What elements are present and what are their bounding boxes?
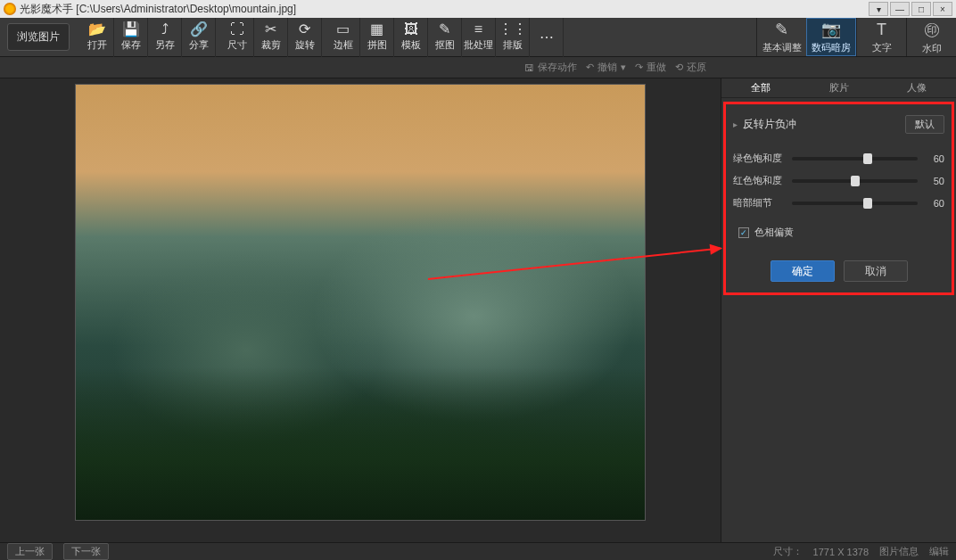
- app-icon: [4, 3, 16, 15]
- titlebar: 光影魔术手 [C:\Users\Administrator\Desktop\mo…: [0, 0, 956, 18]
- mode-tab-icon: ㊞: [924, 19, 940, 40]
- tool-icon: ✂: [265, 22, 276, 37]
- tool-抠图[interactable]: ✎抠图: [428, 18, 462, 57]
- effect-settings-highlight: 反转片负冲 默认 绿色饱和度60红色饱和度50暗部细节60 ✓ 色相偏黄 确定 …: [723, 102, 954, 295]
- slider-thumb[interactable]: [863, 198, 872, 209]
- slider-thumb[interactable]: [863, 153, 872, 164]
- tool-尺寸[interactable]: ⛶尺寸: [220, 18, 254, 57]
- undo-icon: ↶: [586, 62, 594, 73]
- tool-排版[interactable]: ⋮⋮排版: [496, 18, 530, 57]
- browse-images-button[interactable]: 浏览图片: [7, 23, 70, 51]
- close-button[interactable]: ×: [933, 2, 952, 16]
- dialog-buttons: 确定 取消: [733, 260, 944, 282]
- mode-tab-基本调整[interactable]: ✎基本调整: [756, 18, 806, 56]
- size-label: 尺寸：: [773, 545, 803, 558]
- tool-icon: 🖼: [404, 22, 418, 37]
- save-action-button[interactable]: 🖫 保存动作: [524, 61, 577, 74]
- redo-label: 重做: [647, 61, 666, 74]
- mode-tab-水印[interactable]: ㊞水印: [906, 18, 956, 56]
- default-button[interactable]: 默认: [905, 115, 944, 134]
- tool-icon: ⛶: [230, 22, 244, 37]
- mode-tab-icon: ✎: [775, 20, 788, 39]
- tool-label: 边框: [334, 38, 353, 52]
- maximize-button[interactable]: □: [911, 2, 931, 16]
- panel-tab-全部[interactable]: 全部: [721, 78, 800, 97]
- tool-icon: ⟳: [299, 22, 310, 37]
- tool-icon: 📂: [88, 22, 106, 37]
- tool-icon: ▭: [336, 22, 350, 37]
- mode-tab-数码暗房[interactable]: 📷数码暗房: [806, 18, 856, 56]
- checkbox-icon[interactable]: ✓: [738, 227, 749, 238]
- tool-label: 打开: [87, 38, 107, 52]
- tool-分享[interactable]: 🔗分享: [182, 18, 216, 57]
- tool-label: 排版: [503, 38, 523, 52]
- size-value: 1771 X 1378: [813, 547, 869, 557]
- tool-label: 保存: [121, 38, 141, 52]
- slider-thumb[interactable]: [851, 176, 860, 186]
- save-action-label: 保存动作: [538, 61, 577, 74]
- tool-边框[interactable]: ▭边框: [326, 18, 360, 57]
- tool-另存[interactable]: ⤴另存: [148, 18, 182, 57]
- slider-track[interactable]: [792, 202, 918, 205]
- panel-tab-人像[interactable]: 人像: [878, 78, 956, 97]
- image-info-button[interactable]: 图片信息: [879, 545, 919, 558]
- tool-label: 尺寸: [227, 38, 247, 52]
- tool-icon: ⤴: [161, 22, 169, 37]
- tool-icon: 💾: [122, 22, 140, 37]
- tool-拼图[interactable]: ▦拼图: [360, 18, 394, 57]
- tool-裁剪[interactable]: ✂裁剪: [254, 18, 288, 57]
- tool-group: 📂打开💾保存⤴另存🔗分享⛶尺寸✂裁剪⟳旋转▭边框▦拼图🖼模板✎抠图≡批处理⋮⋮排…: [77, 18, 567, 56]
- undo-label: 撤销: [598, 61, 617, 74]
- mode-tab-icon: 📷: [821, 20, 841, 39]
- slider-track[interactable]: [792, 179, 918, 183]
- tool-icon: ⋯: [540, 30, 554, 45]
- tool-label: 裁剪: [261, 38, 281, 52]
- ok-button[interactable]: 确定: [771, 260, 835, 282]
- tool-label: 批处理: [464, 38, 493, 52]
- window-title: 光影魔术手 [C:\Users\Administrator\Desktop\mo…: [20, 2, 869, 17]
- redo-icon: ↷: [635, 62, 643, 73]
- revert-icon: ⟲: [675, 62, 683, 73]
- image-canvas[interactable]: [75, 84, 646, 521]
- tool-旋转[interactable]: ⟳旋转: [288, 18, 322, 57]
- file-path: [C:\Users\Administrator\Desktop\mountain…: [76, 3, 296, 15]
- next-image-button[interactable]: 下一张: [63, 543, 109, 560]
- checkbox-label: 色相偏黄: [754, 226, 794, 239]
- slider-label: 绿色饱和度: [733, 152, 787, 165]
- hue-yellow-checkbox-row[interactable]: ✓ 色相偏黄: [738, 226, 944, 239]
- tool-icon: ▦: [370, 22, 383, 37]
- mode-tab-文字[interactable]: T文字: [856, 18, 906, 56]
- cancel-button[interactable]: 取消: [844, 260, 908, 282]
- tool-more[interactable]: ⋯: [530, 18, 564, 57]
- slider-label: 红色饱和度: [733, 174, 787, 187]
- slider-暗部细节: 暗部细节60: [733, 196, 944, 210]
- right-panel: 全部胶片人像 反转片负冲 默认 绿色饱和度60红色饱和度50暗部细节60 ✓ 色…: [721, 78, 956, 542]
- revert-button[interactable]: ⟲ 还原: [675, 61, 706, 74]
- redo-button[interactable]: ↷ 重做: [635, 61, 666, 74]
- edit-label: 编辑: [929, 545, 949, 558]
- status-bar: 上一张 下一张 尺寸： 1771 X 1378 图片信息 编辑: [0, 542, 956, 560]
- tool-icon: ⋮⋮: [499, 22, 527, 37]
- mode-tab-label: 水印: [922, 42, 942, 55]
- tool-label: 旋转: [295, 38, 315, 52]
- sliders-container: 绿色饱和度60红色饱和度50暗部细节60: [733, 152, 944, 210]
- prev-image-button[interactable]: 上一张: [7, 543, 53, 560]
- mode-tab-icon: T: [877, 21, 886, 39]
- tool-label: 模板: [401, 38, 421, 52]
- tool-icon: 🔗: [190, 22, 208, 37]
- undo-button[interactable]: ↶ 撤销 ▾: [586, 61, 626, 74]
- tool-批处理[interactable]: ≡批处理: [462, 18, 496, 57]
- effect-header[interactable]: 反转片负冲 默认: [733, 110, 944, 143]
- tool-模板[interactable]: 🖼模板: [394, 18, 428, 57]
- slider-红色饱和度: 红色饱和度50: [733, 174, 944, 187]
- panel-tab-胶片[interactable]: 胶片: [800, 78, 878, 97]
- minimize-button[interactable]: —: [890, 2, 910, 16]
- menu-button[interactable]: ▾: [869, 2, 888, 16]
- tool-打开[interactable]: 📂打开: [80, 18, 114, 57]
- slider-value: 60: [923, 153, 944, 164]
- window-controls: ▾ — □ ×: [869, 2, 952, 16]
- tool-label: 拼图: [367, 38, 387, 52]
- tool-icon: ≡: [474, 22, 482, 37]
- tool-保存[interactable]: 💾保存: [114, 18, 148, 57]
- slider-track[interactable]: [792, 157, 918, 161]
